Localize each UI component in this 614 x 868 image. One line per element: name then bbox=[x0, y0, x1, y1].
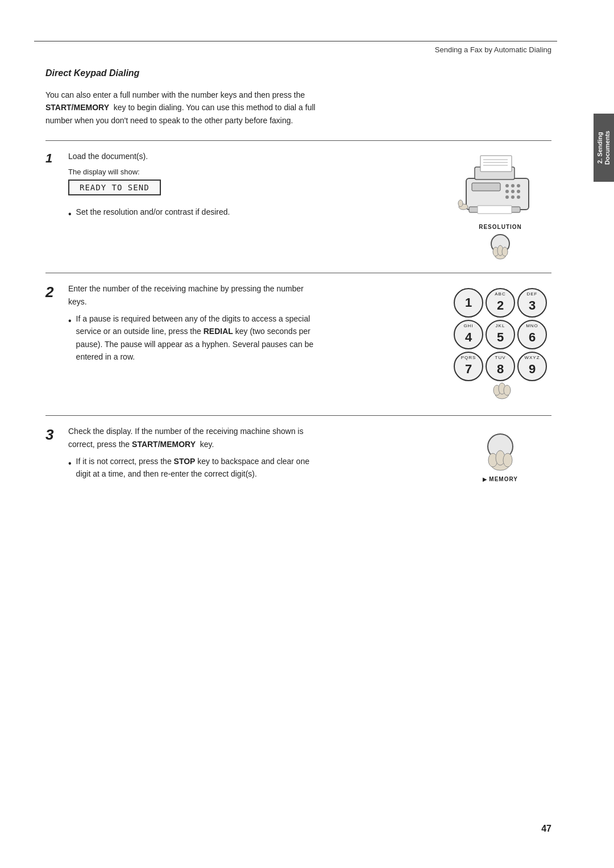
step3-row: 3 Check the display. If the number of th… bbox=[45, 425, 551, 482]
svg-point-3 bbox=[511, 184, 515, 187]
step1-bullet: • Set the resolution and/or contrast if … bbox=[68, 206, 318, 222]
step2-bullet-text: If a pause is required between any of th… bbox=[76, 312, 318, 364]
svg-point-10 bbox=[517, 195, 520, 199]
memory-key-illustration bbox=[475, 431, 526, 476]
key-7: PQRS 7 bbox=[454, 352, 483, 381]
svg-point-9 bbox=[511, 195, 515, 199]
step1-images: RESOLUTION bbox=[449, 150, 551, 264]
key-8: TUV 8 bbox=[486, 352, 515, 381]
step2-content: Enter the number of the receiving machin… bbox=[68, 282, 449, 363]
step3-content: Check the display. If the number of the … bbox=[68, 425, 449, 481]
key-9: WXYZ 9 bbox=[517, 352, 547, 381]
page-number: 47 bbox=[541, 824, 551, 834]
main-content: Direct Keypad Dialing You can also enter… bbox=[45, 62, 551, 487]
intro-paragraph: You can also enter a full number with th… bbox=[45, 89, 341, 127]
keypad-grid: 1 ABC 2 DEF 3 GHI 4 bbox=[454, 288, 547, 381]
page-container: Sending a Fax by Automatic Dialing 2. Se… bbox=[0, 0, 614, 868]
key-4: GHI 4 bbox=[454, 320, 483, 349]
memory-label-text: MEMORY bbox=[489, 476, 518, 482]
step1-row: 1 Load the document(s). The display will… bbox=[45, 150, 551, 264]
section-title: Direct Keypad Dialing bbox=[45, 68, 551, 78]
step1-main-text: Load the document(s). bbox=[68, 150, 318, 162]
svg-point-33 bbox=[503, 453, 512, 467]
step2-3-divider bbox=[45, 415, 551, 416]
svg-rect-1 bbox=[472, 183, 500, 191]
svg-point-2 bbox=[505, 184, 509, 187]
step3-bullet-text: If it is not correct, press the STOP key… bbox=[76, 455, 318, 481]
bullet-dot-2: • bbox=[68, 314, 72, 328]
fax-machine-illustration bbox=[455, 150, 546, 218]
side-tab-text: 2. Sending Documents bbox=[596, 131, 611, 165]
step3-bullet: • If it is not correct, press the STOP k… bbox=[68, 455, 318, 481]
svg-point-7 bbox=[517, 190, 520, 193]
start-memory-bold-2: START/MEMORY bbox=[132, 440, 196, 449]
memory-label: ▶ MEMORY bbox=[483, 476, 518, 482]
step1-top-divider bbox=[45, 140, 551, 141]
bullet-dot-3: • bbox=[68, 456, 72, 471]
key-6: MNO 6 bbox=[517, 320, 547, 349]
svg-point-28 bbox=[504, 385, 511, 395]
resolution-key-illustration bbox=[485, 232, 516, 264]
step2-main-text: Enter the number of the receiving machin… bbox=[68, 282, 318, 308]
svg-rect-12 bbox=[480, 156, 512, 172]
step2-keypad-image: 1 ABC 2 DEF 3 GHI 4 bbox=[449, 282, 551, 381]
step3-number: 3 bbox=[45, 425, 68, 444]
lcd-display: READY TO SEND bbox=[68, 180, 161, 195]
key-3: DEF 3 bbox=[517, 288, 547, 318]
side-tab: 2. Sending Documents bbox=[594, 114, 614, 182]
resolution-key-area: RESOLUTION bbox=[479, 224, 522, 264]
step1-number: 1 bbox=[45, 150, 68, 166]
step1-bullet-text: Set the resolution and/or contrast if de… bbox=[76, 206, 230, 218]
step1-display-label: The display will show: bbox=[68, 168, 438, 176]
hand-pointer-svg bbox=[491, 380, 513, 399]
svg-point-6 bbox=[511, 190, 515, 193]
svg-point-19 bbox=[458, 200, 463, 207]
start-memory-bold: START/MEMORY bbox=[45, 103, 109, 112]
step2-bullet: • If a pause is required between any of … bbox=[68, 312, 318, 364]
svg-point-24 bbox=[502, 247, 508, 256]
redial-bold: REDIAL bbox=[204, 327, 233, 336]
top-rule bbox=[34, 41, 557, 41]
header-right-text: Sending a Fax by Automatic Dialing bbox=[435, 45, 551, 54]
svg-point-5 bbox=[505, 190, 509, 193]
key-2: ABC 2 bbox=[486, 288, 515, 318]
step2-row: 2 Enter the number of the receiving mach… bbox=[45, 282, 551, 381]
svg-rect-17 bbox=[478, 206, 512, 214]
svg-point-4 bbox=[517, 184, 520, 187]
step1-content: Load the document(s). The display will s… bbox=[68, 150, 449, 221]
memory-key-area: ▶ MEMORY bbox=[475, 431, 526, 482]
resolution-label: RESOLUTION bbox=[479, 224, 522, 230]
step3-main-text: Check the display. If the number of the … bbox=[68, 425, 318, 450]
key-5: JKL 5 bbox=[486, 320, 515, 349]
step2-number: 2 bbox=[45, 282, 68, 301]
svg-point-8 bbox=[505, 195, 509, 199]
stop-bold: STOP bbox=[174, 457, 196, 466]
bullet-dot-1: • bbox=[68, 207, 72, 222]
key-1: 1 bbox=[454, 288, 483, 318]
step1-2-divider bbox=[45, 273, 551, 273]
step3-memory-image: ▶ MEMORY bbox=[449, 425, 551, 482]
